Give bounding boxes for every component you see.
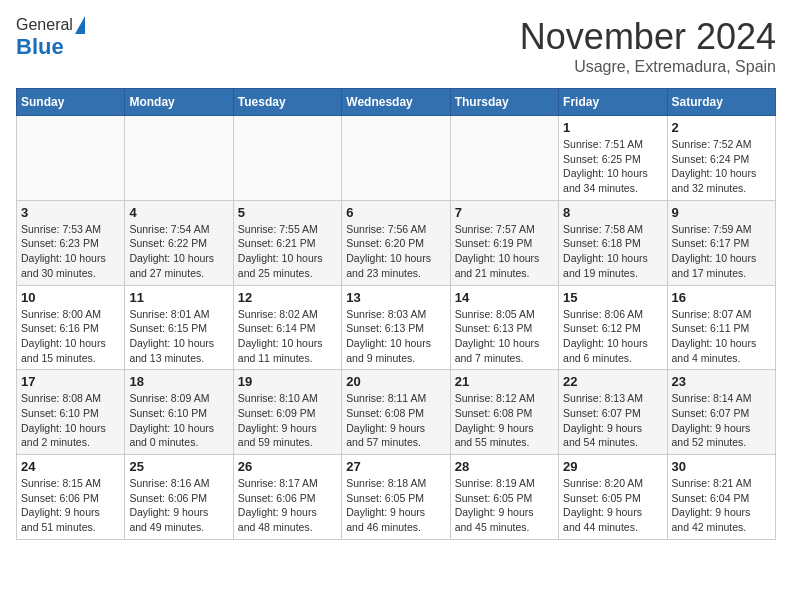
logo-general-text: General: [16, 16, 73, 34]
day-info: Sunrise: 8:17 AM Sunset: 6:06 PM Dayligh…: [238, 476, 337, 535]
calendar-cell: 19Sunrise: 8:10 AM Sunset: 6:09 PM Dayli…: [233, 370, 341, 455]
calendar-cell: 30Sunrise: 8:21 AM Sunset: 6:04 PM Dayli…: [667, 455, 775, 540]
weekday-header-sunday: Sunday: [17, 89, 125, 116]
calendar-cell: 12Sunrise: 8:02 AM Sunset: 6:14 PM Dayli…: [233, 285, 341, 370]
day-info: Sunrise: 8:02 AM Sunset: 6:14 PM Dayligh…: [238, 307, 337, 366]
calendar-cell: 6Sunrise: 7:56 AM Sunset: 6:20 PM Daylig…: [342, 200, 450, 285]
day-info: Sunrise: 7:56 AM Sunset: 6:20 PM Dayligh…: [346, 222, 445, 281]
weekday-header-monday: Monday: [125, 89, 233, 116]
calendar-cell: 11Sunrise: 8:01 AM Sunset: 6:15 PM Dayli…: [125, 285, 233, 370]
calendar-cell: 18Sunrise: 8:09 AM Sunset: 6:10 PM Dayli…: [125, 370, 233, 455]
month-title: November 2024: [520, 16, 776, 58]
day-number: 18: [129, 374, 228, 389]
calendar-cell: 25Sunrise: 8:16 AM Sunset: 6:06 PM Dayli…: [125, 455, 233, 540]
day-info: Sunrise: 8:09 AM Sunset: 6:10 PM Dayligh…: [129, 391, 228, 450]
day-info: Sunrise: 8:07 AM Sunset: 6:11 PM Dayligh…: [672, 307, 771, 366]
calendar-cell: 4Sunrise: 7:54 AM Sunset: 6:22 PM Daylig…: [125, 200, 233, 285]
day-number: 25: [129, 459, 228, 474]
day-info: Sunrise: 8:10 AM Sunset: 6:09 PM Dayligh…: [238, 391, 337, 450]
day-number: 24: [21, 459, 120, 474]
day-number: 2: [672, 120, 771, 135]
calendar-cell: [125, 116, 233, 201]
day-info: Sunrise: 7:54 AM Sunset: 6:22 PM Dayligh…: [129, 222, 228, 281]
day-info: Sunrise: 8:15 AM Sunset: 6:06 PM Dayligh…: [21, 476, 120, 535]
logo-triangle-icon: [75, 16, 85, 34]
day-number: 20: [346, 374, 445, 389]
calendar-cell: 16Sunrise: 8:07 AM Sunset: 6:11 PM Dayli…: [667, 285, 775, 370]
logo-blue-text: Blue: [16, 34, 64, 60]
calendar-week-1: 1Sunrise: 7:51 AM Sunset: 6:25 PM Daylig…: [17, 116, 776, 201]
day-info: Sunrise: 7:53 AM Sunset: 6:23 PM Dayligh…: [21, 222, 120, 281]
day-number: 11: [129, 290, 228, 305]
day-number: 28: [455, 459, 554, 474]
weekday-header-saturday: Saturday: [667, 89, 775, 116]
day-number: 16: [672, 290, 771, 305]
day-number: 3: [21, 205, 120, 220]
calendar-cell: 17Sunrise: 8:08 AM Sunset: 6:10 PM Dayli…: [17, 370, 125, 455]
day-info: Sunrise: 7:55 AM Sunset: 6:21 PM Dayligh…: [238, 222, 337, 281]
page-header: General Blue November 2024 Usagre, Extre…: [16, 16, 776, 76]
calendar-cell: 15Sunrise: 8:06 AM Sunset: 6:12 PM Dayli…: [559, 285, 667, 370]
day-number: 12: [238, 290, 337, 305]
calendar-cell: 23Sunrise: 8:14 AM Sunset: 6:07 PM Dayli…: [667, 370, 775, 455]
day-info: Sunrise: 8:12 AM Sunset: 6:08 PM Dayligh…: [455, 391, 554, 450]
day-info: Sunrise: 8:21 AM Sunset: 6:04 PM Dayligh…: [672, 476, 771, 535]
calendar-cell: 14Sunrise: 8:05 AM Sunset: 6:13 PM Dayli…: [450, 285, 558, 370]
calendar-cell: 13Sunrise: 8:03 AM Sunset: 6:13 PM Dayli…: [342, 285, 450, 370]
day-info: Sunrise: 8:11 AM Sunset: 6:08 PM Dayligh…: [346, 391, 445, 450]
day-info: Sunrise: 7:58 AM Sunset: 6:18 PM Dayligh…: [563, 222, 662, 281]
calendar-cell: 2Sunrise: 7:52 AM Sunset: 6:24 PM Daylig…: [667, 116, 775, 201]
day-number: 29: [563, 459, 662, 474]
calendar-cell: 20Sunrise: 8:11 AM Sunset: 6:08 PM Dayli…: [342, 370, 450, 455]
calendar-cell: 3Sunrise: 7:53 AM Sunset: 6:23 PM Daylig…: [17, 200, 125, 285]
day-number: 30: [672, 459, 771, 474]
day-info: Sunrise: 8:05 AM Sunset: 6:13 PM Dayligh…: [455, 307, 554, 366]
weekday-header-friday: Friday: [559, 89, 667, 116]
day-number: 8: [563, 205, 662, 220]
day-number: 26: [238, 459, 337, 474]
day-info: Sunrise: 8:08 AM Sunset: 6:10 PM Dayligh…: [21, 391, 120, 450]
day-info: Sunrise: 8:01 AM Sunset: 6:15 PM Dayligh…: [129, 307, 228, 366]
day-number: 4: [129, 205, 228, 220]
calendar-cell: 10Sunrise: 8:00 AM Sunset: 6:16 PM Dayli…: [17, 285, 125, 370]
day-number: 15: [563, 290, 662, 305]
day-number: 13: [346, 290, 445, 305]
calendar-cell: 28Sunrise: 8:19 AM Sunset: 6:05 PM Dayli…: [450, 455, 558, 540]
day-info: Sunrise: 8:13 AM Sunset: 6:07 PM Dayligh…: [563, 391, 662, 450]
day-number: 14: [455, 290, 554, 305]
day-info: Sunrise: 8:00 AM Sunset: 6:16 PM Dayligh…: [21, 307, 120, 366]
weekday-header-tuesday: Tuesday: [233, 89, 341, 116]
calendar-cell: 1Sunrise: 7:51 AM Sunset: 6:25 PM Daylig…: [559, 116, 667, 201]
calendar-week-5: 24Sunrise: 8:15 AM Sunset: 6:06 PM Dayli…: [17, 455, 776, 540]
calendar-cell: 9Sunrise: 7:59 AM Sunset: 6:17 PM Daylig…: [667, 200, 775, 285]
day-info: Sunrise: 7:51 AM Sunset: 6:25 PM Dayligh…: [563, 137, 662, 196]
day-number: 21: [455, 374, 554, 389]
calendar-cell: 21Sunrise: 8:12 AM Sunset: 6:08 PM Dayli…: [450, 370, 558, 455]
calendar-table: SundayMondayTuesdayWednesdayThursdayFrid…: [16, 88, 776, 540]
day-number: 17: [21, 374, 120, 389]
calendar-header: SundayMondayTuesdayWednesdayThursdayFrid…: [17, 89, 776, 116]
day-info: Sunrise: 8:16 AM Sunset: 6:06 PM Dayligh…: [129, 476, 228, 535]
calendar-week-3: 10Sunrise: 8:00 AM Sunset: 6:16 PM Dayli…: [17, 285, 776, 370]
calendar-cell: 26Sunrise: 8:17 AM Sunset: 6:06 PM Dayli…: [233, 455, 341, 540]
day-number: 19: [238, 374, 337, 389]
calendar-week-4: 17Sunrise: 8:08 AM Sunset: 6:10 PM Dayli…: [17, 370, 776, 455]
day-number: 10: [21, 290, 120, 305]
day-info: Sunrise: 8:14 AM Sunset: 6:07 PM Dayligh…: [672, 391, 771, 450]
day-info: Sunrise: 8:19 AM Sunset: 6:05 PM Dayligh…: [455, 476, 554, 535]
calendar-cell: [342, 116, 450, 201]
calendar-cell: 24Sunrise: 8:15 AM Sunset: 6:06 PM Dayli…: [17, 455, 125, 540]
day-info: Sunrise: 8:03 AM Sunset: 6:13 PM Dayligh…: [346, 307, 445, 366]
day-number: 1: [563, 120, 662, 135]
weekday-header-wednesday: Wednesday: [342, 89, 450, 116]
calendar-week-2: 3Sunrise: 7:53 AM Sunset: 6:23 PM Daylig…: [17, 200, 776, 285]
day-info: Sunrise: 7:59 AM Sunset: 6:17 PM Dayligh…: [672, 222, 771, 281]
weekday-header-thursday: Thursday: [450, 89, 558, 116]
day-number: 5: [238, 205, 337, 220]
day-number: 22: [563, 374, 662, 389]
title-block: November 2024 Usagre, Extremadura, Spain: [520, 16, 776, 76]
logo: General Blue: [16, 16, 85, 60]
day-number: 27: [346, 459, 445, 474]
calendar-cell: 29Sunrise: 8:20 AM Sunset: 6:05 PM Dayli…: [559, 455, 667, 540]
day-number: 6: [346, 205, 445, 220]
